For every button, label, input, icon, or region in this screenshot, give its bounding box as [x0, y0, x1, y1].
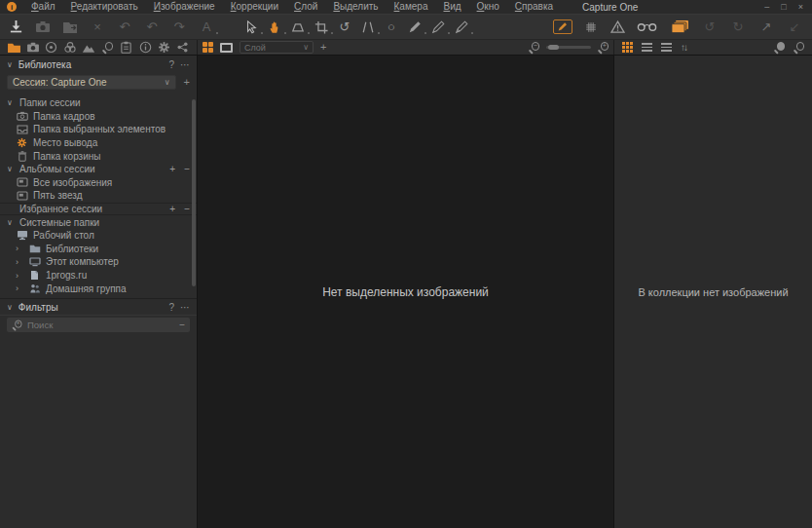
search-input[interactable] — [27, 320, 174, 330]
more-options-button[interactable]: ⋯ — [180, 59, 190, 70]
filmstrip-view-icon[interactable] — [661, 41, 672, 54]
tab-details-icon[interactable] — [100, 41, 115, 55]
undo-icon[interactable]: ↶ — [144, 19, 160, 35]
menu-adjustments[interactable]: Коррекции — [223, 0, 286, 14]
tree-scrollbar[interactable] — [192, 99, 196, 286]
zoom-slider[interactable] — [546, 46, 591, 49]
tree-item-1progs[interactable]: › 1progs.ru — [0, 269, 197, 283]
restore-button[interactable]: □ — [781, 2, 786, 12]
tree-item-desktop[interactable]: Рабочий стол — [0, 229, 197, 243]
tree-item-all-images[interactable]: Все изображения — [0, 176, 197, 190]
tab-lens-icon[interactable] — [44, 41, 58, 55]
tree-item-this-computer[interactable]: › Этот компьютер — [0, 255, 197, 269]
search-box[interactable]: + − — [7, 318, 190, 332]
search-loupe-icon[interactable] — [794, 42, 804, 53]
tree-item-output-location[interactable]: Место вывода — [0, 136, 197, 150]
library-section-header[interactable]: ∨ Библиотека ? ⋯ — [0, 56, 197, 73]
sort-order-icon[interactable]: ↑↓ — [681, 42, 686, 53]
collapse-search-button[interactable]: − — [179, 320, 185, 330]
chevron-down-icon[interactable]: ∨ — [7, 60, 13, 69]
add-session-button[interactable]: + — [184, 77, 190, 88]
remove-favorite-button[interactable]: − — [184, 204, 190, 214]
tree-item-five-stars[interactable]: Пять звезд — [0, 189, 197, 203]
browser-toggle-icon[interactable] — [671, 19, 689, 35]
draw-mask-tool-icon[interactable] — [407, 19, 423, 35]
tree-item-homegroup[interactable]: › Домашняя группа — [0, 282, 197, 295]
menu-edit[interactable]: Редактировать — [63, 0, 146, 14]
menu-select[interactable]: Выделить — [325, 0, 386, 14]
tab-process-icon[interactable] — [175, 41, 190, 55]
session-selector[interactable]: Сессия: Capture One ∨ — [7, 75, 176, 90]
menu-window[interactable]: Окно — [469, 0, 507, 14]
chevron-right-icon[interactable]: › — [16, 283, 23, 293]
keystone-tool-icon[interactable] — [360, 19, 376, 35]
spot-tool-icon[interactable]: ○ — [384, 19, 399, 35]
tree-group-session-favorites[interactable]: Избранное сессии + − — [0, 203, 197, 216]
layer-selector[interactable]: Слой ∨ — [240, 41, 314, 54]
add-favorite-button[interactable]: + — [169, 204, 175, 214]
tab-library-folder-icon[interactable] — [7, 41, 21, 55]
menu-image[interactable]: Изображение — [146, 0, 223, 14]
add-layer-button[interactable]: + — [320, 42, 326, 53]
chevron-down-icon[interactable]: ∨ — [7, 165, 15, 173]
tab-output-icon[interactable] — [157, 41, 171, 55]
chevron-down-icon[interactable]: ∨ — [7, 218, 15, 227]
chevron-down-icon[interactable]: ∨ — [7, 98, 15, 107]
tab-adjustments-icon[interactable] — [119, 41, 133, 55]
menu-layer[interactable]: Слой — [286, 0, 325, 14]
tree-item-trash-folder[interactable]: Папка корзины — [0, 149, 197, 163]
remove-album-button[interactable]: − — [184, 164, 190, 174]
demote-icon[interactable]: ↙ — [787, 19, 802, 35]
multi-view-icon[interactable] — [203, 42, 213, 53]
tab-metadata-icon[interactable] — [138, 41, 153, 55]
chevron-right-icon[interactable]: › — [16, 244, 23, 253]
tree-item-selects-folder[interactable]: Папка выбранных элементов — [0, 123, 197, 136]
loupe-tool-icon[interactable] — [290, 19, 306, 35]
chevron-down-icon[interactable]: ∨ — [7, 303, 13, 312]
single-view-icon[interactable] — [220, 43, 233, 53]
filters-section-header[interactable]: ∨ Фильтры ? ⋯ — [0, 298, 197, 316]
tree-item-libraries[interactable]: › Библиотеки — [0, 243, 197, 256]
promote-icon[interactable]: ↗ — [758, 19, 774, 35]
chevron-right-icon[interactable]: › — [16, 271, 23, 281]
redo-icon[interactable]: ↷ — [171, 19, 187, 35]
grid-view-icon[interactable] — [622, 42, 633, 53]
crop-tool-icon[interactable] — [314, 19, 329, 35]
text-tool-icon[interactable]: A — [199, 19, 214, 35]
rotate-ccw-icon[interactable]: ↺ — [702, 19, 718, 35]
exposure-warning-icon[interactable] — [609, 19, 625, 35]
tree-group-system-folders[interactable]: ∨ Системные папки — [0, 215, 197, 229]
chevron-right-icon[interactable]: › — [16, 257, 23, 267]
pointer-tool-icon[interactable] — [243, 19, 259, 35]
tab-color-icon[interactable] — [63, 41, 78, 55]
zoom-in-icon[interactable]: + — [598, 42, 609, 53]
zoom-slider-thumb[interactable] — [548, 45, 559, 50]
edit-selected-toggle[interactable] — [553, 19, 572, 34]
rotate-tool-icon[interactable]: ↺ — [337, 19, 352, 35]
import-icon[interactable] — [8, 19, 23, 35]
more-options-button[interactable]: ⋯ — [180, 302, 190, 313]
menu-file[interactable]: Файл — [23, 0, 63, 14]
pan-hand-tool-icon[interactable] — [267, 19, 282, 35]
menu-camera[interactable]: Камера — [387, 0, 436, 14]
zoom-out-icon[interactable]: − — [529, 42, 539, 53]
add-album-button[interactable]: + — [169, 164, 175, 174]
tree-group-session-folders[interactable]: ∨ Папки сессии — [0, 96, 197, 110]
help-button[interactable]: ? — [168, 302, 174, 313]
close-button[interactable]: × — [798, 2, 803, 12]
filter-loupe-icon[interactable] — [774, 42, 785, 53]
export-icon[interactable] — [62, 19, 78, 35]
undo-history-icon[interactable]: ↶ — [117, 19, 132, 35]
tab-capture-icon[interactable] — [25, 41, 40, 55]
rotate-cw-icon[interactable]: ↻ — [730, 19, 746, 35]
capture-icon[interactable] — [35, 19, 51, 35]
tree-item-capture-folder[interactable]: Папка кадров — [0, 110, 197, 124]
tab-exposure-icon[interactable] — [82, 41, 96, 55]
menu-help[interactable]: Справка — [507, 0, 561, 14]
menu-view[interactable]: Вид — [435, 0, 468, 14]
gradient-mask-tool-icon[interactable] — [454, 19, 469, 35]
tree-group-session-albums[interactable]: ∨ Альбомы сессии + − — [0, 163, 197, 176]
delete-icon[interactable]: × — [90, 19, 105, 35]
list-view-icon[interactable] — [642, 41, 652, 54]
erase-mask-tool-icon[interactable] — [430, 19, 446, 35]
